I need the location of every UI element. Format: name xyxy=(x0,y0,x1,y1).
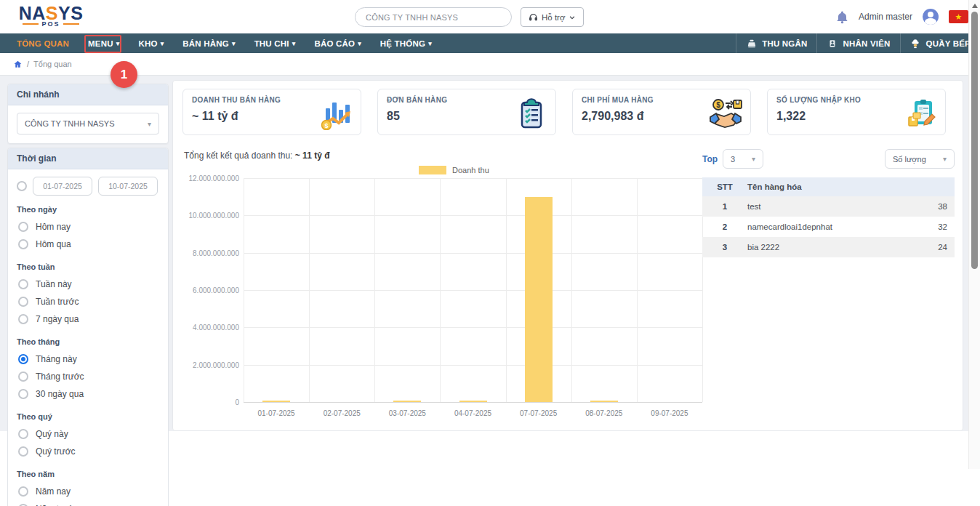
home-icon[interactable] xyxy=(13,60,23,69)
row-stt: 1 xyxy=(702,202,747,211)
time-option-30-ngay-qua[interactable]: 30 ngày qua xyxy=(17,385,159,403)
time-option-hom-qua[interactable]: Hôm qua xyxy=(17,236,159,253)
time-option-tuan-truoc[interactable]: Tuần trước xyxy=(17,293,159,310)
x-axis-tick: 08-07-2025 xyxy=(571,409,637,417)
time-option-nam-truoc[interactable]: Năm trước xyxy=(17,500,159,506)
nav-item-label: BÁN HÀNG xyxy=(182,39,229,48)
radio-icon[interactable] xyxy=(18,297,28,307)
time-option-label: Quý trước xyxy=(36,446,76,457)
vietnam-flag-icon[interactable]: ★ xyxy=(949,10,968,23)
row-quantity: 24 xyxy=(920,243,955,252)
time-option-quy-truoc[interactable]: Quý trước xyxy=(17,443,159,460)
date-from-input[interactable]: 01-07-2025 xyxy=(33,177,92,196)
table-row[interactable]: 1test38 xyxy=(702,196,955,217)
chef-icon xyxy=(910,38,921,49)
radio-icon[interactable] xyxy=(18,446,28,457)
x-axis-tick: 09-07-2025 xyxy=(637,409,702,417)
logo-ys: YS xyxy=(58,3,83,23)
svg-text:$: $ xyxy=(324,122,328,129)
bar-03-07-2025[interactable] xyxy=(393,401,421,402)
vertical-scrollbar[interactable] xyxy=(968,0,980,469)
breadcrumb: / Tổng quan xyxy=(0,53,980,76)
radio-icon[interactable] xyxy=(18,429,28,439)
nav-item-label: BÁO CÁO xyxy=(314,39,355,48)
radio-icon[interactable] xyxy=(18,486,28,497)
chart-gridline xyxy=(309,178,310,402)
bar-08-07-2025[interactable] xyxy=(590,401,618,402)
chevron-down-icon xyxy=(569,14,576,21)
nav-item-kho[interactable]: KHO▾ xyxy=(129,33,173,53)
kpi-card-so-luong-nhap-kho: SỐ LƯỢNG NHẬP KHO1,322 xyxy=(767,89,946,135)
time-option-7-ngay-qua[interactable]: 7 ngày qua xyxy=(17,310,159,328)
user-avatar[interactable] xyxy=(923,9,939,25)
radio-icon[interactable] xyxy=(18,222,28,232)
nav-item-bao-cao[interactable]: BÁO CÁO▾ xyxy=(305,33,370,53)
bar-07-07-2025[interactable] xyxy=(525,197,553,402)
logo-line-right xyxy=(63,23,79,25)
time-option-label: Tháng trước xyxy=(36,372,84,382)
app-logo[interactable]: NASYS POS xyxy=(15,4,87,28)
bar-04-07-2025[interactable] xyxy=(459,401,487,402)
scrollbar-up-arrow-icon[interactable] xyxy=(972,4,978,8)
x-axis-tick: 03-07-2025 xyxy=(374,409,440,417)
time-option-label: 7 ngày qua xyxy=(36,314,79,324)
nav-quicklink-thu-ngan[interactable]: THU NGÂN xyxy=(736,33,816,53)
user-name[interactable]: Admin master xyxy=(859,12,912,22)
nav-quicklink-nhan-vien[interactable]: NHÂN VIÊN xyxy=(816,33,899,53)
time-group-theo-nam: Theo nămNăm nayNăm trước xyxy=(17,470,159,506)
nav-item-ban-hang[interactable]: BÁN HÀNG▾ xyxy=(173,33,244,53)
revenue-chart-icon: $ xyxy=(318,98,353,130)
time-option-quy-nay[interactable]: Quý này xyxy=(17,425,159,443)
branch-select[interactable]: CÔNG TY TNHH NASYS ▾ xyxy=(17,113,159,134)
radio-icon[interactable] xyxy=(18,354,28,364)
order-clipboard-icon xyxy=(513,98,548,130)
time-option-thang-nay[interactable]: Tháng này xyxy=(17,350,159,368)
radio-icon[interactable] xyxy=(18,389,28,399)
radio-icon[interactable] xyxy=(18,314,28,324)
headset-icon xyxy=(529,12,538,22)
nav-item-he-thong[interactable]: HỆ THỐNG▾ xyxy=(371,33,441,53)
chart-gridline xyxy=(506,178,507,402)
nav-item-menu[interactable]: MENU▾ xyxy=(79,33,129,53)
time-option-nam-nay[interactable]: Năm nay xyxy=(17,483,159,500)
chart-gridline xyxy=(244,365,702,366)
nav-item-thu-chi[interactable]: THU CHI▾ xyxy=(245,33,305,53)
table-row[interactable]: 2namecardloai1depnhat32 xyxy=(702,217,955,237)
x-axis-tick: 01-07-2025 xyxy=(244,409,309,417)
top-count-select[interactable]: 3 ▾ xyxy=(723,149,763,169)
nav-quicklink-label: QUẦY BẾP xyxy=(926,39,971,48)
custom-range-radio[interactable] xyxy=(17,181,27,191)
nav-item-tong-quan[interactable]: TỔNG QUAN xyxy=(7,33,79,53)
y-axis-tick: 4.000.000.000 xyxy=(182,324,239,332)
time-option-label: Tháng này xyxy=(36,354,77,364)
kpi-card-chi-phi-mua-hang: CHI PHÍ MUA HÀNG2,790,983 đ$ xyxy=(572,89,751,135)
time-group-theo-tuan: Theo tuầnTuần nàyTuần trước7 ngày qua xyxy=(17,262,159,328)
radio-icon[interactable] xyxy=(18,372,28,382)
radio-icon[interactable] xyxy=(18,239,28,249)
cash-register-icon xyxy=(746,38,757,49)
sort-by-select[interactable]: Số lượng ▾ xyxy=(885,149,955,169)
company-name-pill[interactable]: CÔNG TY TNHH NASYS xyxy=(355,7,512,27)
radio-icon[interactable] xyxy=(18,279,28,289)
branch-filter-card: Chi nhánh CÔNG TY TNHH NASYS ▾ xyxy=(7,84,169,144)
time-card-title: Thời gian xyxy=(8,148,168,169)
bar-01-07-2025[interactable] xyxy=(262,401,290,402)
date-to-input[interactable]: 10-07-2025 xyxy=(98,177,158,196)
support-dropdown-button[interactable]: Hỗ trợ xyxy=(521,7,584,27)
nav-quicklink-label: NHÂN VIÊN xyxy=(843,39,890,48)
time-option-tuan-nay[interactable]: Tuần này xyxy=(17,276,159,293)
row-stt: 2 xyxy=(702,222,747,231)
time-option-hom-nay[interactable]: Hôm nay xyxy=(17,218,159,236)
nav-item-label: MENU xyxy=(88,39,113,48)
time-option-thang-truoc[interactable]: Tháng trước xyxy=(17,368,159,385)
scrollbar-thumb[interactable] xyxy=(971,12,978,269)
chevron-down-icon: ▾ xyxy=(428,40,432,47)
time-group-label: Theo ngày xyxy=(17,205,159,214)
breadcrumb-page[interactable]: Tổng quan xyxy=(33,60,72,68)
table-row[interactable]: 3bia 222224 xyxy=(702,237,955,257)
top-header: NASYS POS CÔNG TY TNHH NASYS Hỗ trợ Admi… xyxy=(0,0,980,33)
chart-gridline xyxy=(244,402,702,403)
notifications-bell-icon[interactable] xyxy=(835,9,848,24)
nav-item-label: HỆ THỐNG xyxy=(380,39,425,48)
sort-by-value: Số lượng xyxy=(893,155,926,164)
